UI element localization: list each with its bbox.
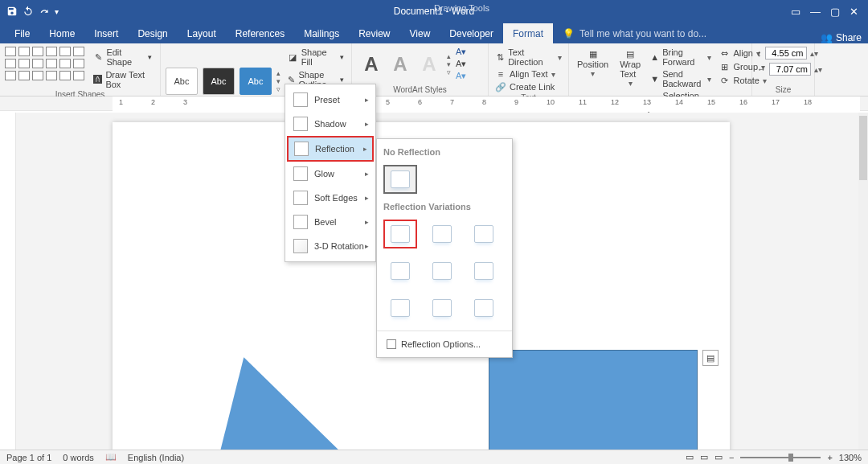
- text-effects-icon[interactable]: A▾: [456, 71, 466, 81]
- glow-label: Glow: [314, 169, 334, 179]
- bring-forward-button[interactable]: ▲Bring Forward▾: [649, 47, 712, 68]
- reflection-variation-7[interactable]: [383, 294, 417, 322]
- create-link-button[interactable]: 🔗Create Link: [493, 80, 563, 93]
- tab-developer[interactable]: Developer: [440, 23, 503, 43]
- zoom-level[interactable]: 130%: [839, 453, 862, 462]
- status-proofing-icon[interactable]: 📖: [105, 452, 117, 462]
- reflection-variation-3[interactable]: [467, 220, 501, 248]
- zoom-in-icon[interactable]: +: [827, 453, 832, 462]
- shape-triangle[interactable]: [179, 347, 447, 450]
- menu-item-bevel[interactable]: Bevel▸: [287, 210, 374, 234]
- menu-item-3d-rotation[interactable]: 3-D Rotation▸: [287, 234, 374, 258]
- view-print-icon[interactable]: ▭: [700, 452, 708, 462]
- wordart-preset-3[interactable]: A: [415, 51, 444, 78]
- status-bar: Page 1 of 1 0 words 📖 English (India) ▭ …: [0, 450, 868, 464]
- forward-icon: ▲: [650, 51, 659, 63]
- shadow-label: Shadow: [314, 119, 346, 129]
- wa-gallery-more[interactable]: ▿: [447, 68, 451, 76]
- reflection-variation-6[interactable]: [467, 257, 501, 285]
- align-icon: ⇔: [719, 47, 731, 59]
- tab-layout[interactable]: Layout: [178, 23, 226, 43]
- text-direction-button[interactable]: ⇅Text Direction▾: [493, 47, 563, 68]
- tell-me-search[interactable]: 💡 Tell me what you want to do...: [553, 23, 716, 43]
- width-stepper[interactable]: ▴▾: [814, 65, 822, 74]
- view-web-icon[interactable]: ▭: [714, 452, 723, 462]
- group-icon: ⊞: [719, 61, 731, 72]
- shape-gallery[interactable]: [5, 47, 85, 90]
- zoom-out-icon[interactable]: −: [729, 453, 734, 462]
- maximize-button[interactable]: ▢: [830, 6, 840, 18]
- backward-label: Send Backward: [662, 69, 703, 88]
- wa-gallery-down[interactable]: ▾: [447, 60, 451, 68]
- menu-item-reflection[interactable]: Reflection▸: [287, 136, 374, 162]
- tab-review[interactable]: Review: [349, 23, 399, 43]
- menu-item-preset[interactable]: Preset▸: [287, 88, 374, 112]
- reflection-variation-5[interactable]: [425, 257, 459, 285]
- reflection-options-icon: [387, 339, 396, 349]
- height-stepper[interactable]: ▴▾: [810, 49, 818, 58]
- link-icon: 🔗: [495, 81, 506, 92]
- reflection-options-button[interactable]: Reflection Options...: [383, 335, 506, 354]
- style-preset-3[interactable]: Abc: [240, 68, 272, 95]
- gallery-more-icon[interactable]: ▿: [276, 85, 280, 93]
- shadow-icon: [293, 117, 308, 131]
- share-label: Share: [836, 32, 862, 43]
- tab-references[interactable]: References: [226, 23, 294, 43]
- gallery-up-icon[interactable]: ▴: [276, 69, 280, 77]
- tab-home[interactable]: Home: [39, 23, 84, 43]
- wordart-preset-1[interactable]: A: [357, 51, 386, 78]
- align-text-button[interactable]: ≡Align Text▾: [493, 68, 563, 80]
- draw-text-box-button[interactable]: 🅰Draw Text Box: [90, 69, 155, 90]
- status-language[interactable]: English (India): [128, 453, 184, 462]
- tell-me-placeholder: Tell me what you want to do...: [579, 28, 706, 39]
- style-preset-1[interactable]: Abc: [166, 68, 198, 95]
- zoom-slider[interactable]: [740, 457, 821, 458]
- reflection-variation-9[interactable]: [467, 294, 501, 322]
- create-link-label: Create Link: [510, 82, 555, 92]
- save-icon[interactable]: [6, 6, 18, 17]
- ribbon-options-icon[interactable]: ▭: [791, 6, 800, 18]
- menu-item-glow[interactable]: Glow▸: [287, 162, 374, 186]
- width-input[interactable]: [769, 63, 811, 76]
- submenu-arrow-icon: ▸: [365, 96, 369, 104]
- menu-item-soft-edges[interactable]: Soft Edges▸: [287, 186, 374, 210]
- wordart-preset-2[interactable]: A: [386, 51, 415, 78]
- tab-format[interactable]: Format: [503, 23, 553, 43]
- menu-item-shadow[interactable]: Shadow▸: [287, 112, 374, 136]
- rotate-icon: ⟳: [719, 75, 731, 86]
- redo-icon[interactable]: [39, 6, 50, 17]
- status-page[interactable]: Page 1 of 1: [6, 453, 51, 462]
- tab-design[interactable]: Design: [128, 23, 177, 43]
- vertical-scrollbar[interactable]: [858, 113, 868, 450]
- tab-view[interactable]: View: [400, 23, 440, 43]
- share-button[interactable]: 👥 Share: [821, 32, 862, 43]
- view-read-icon[interactable]: ▭: [686, 452, 694, 462]
- gallery-down-icon[interactable]: ▾: [276, 77, 280, 85]
- shape-rectangle[interactable]: [489, 350, 698, 450]
- glow-icon: [293, 166, 308, 181]
- height-input[interactable]: [765, 47, 807, 60]
- tab-mailings[interactable]: Mailings: [294, 23, 349, 43]
- send-backward-button[interactable]: ▼Send Backward▾: [649, 68, 712, 89]
- qat-more-icon[interactable]: ▾: [55, 7, 59, 16]
- layout-options-icon[interactable]: ▤: [702, 350, 719, 366]
- status-words[interactable]: 0 words: [63, 453, 94, 462]
- text-fill-icon[interactable]: A▾: [456, 47, 466, 57]
- undo-icon[interactable]: [23, 6, 34, 17]
- tab-insert[interactable]: Insert: [84, 23, 128, 43]
- text-outline-icon[interactable]: A▾: [456, 59, 466, 69]
- shape-fill-button[interactable]: ◪Shape Fill▾: [285, 47, 346, 68]
- edit-shape-button[interactable]: ✎Edit Shape▾: [90, 47, 155, 68]
- title-bar: ▾ Document1 - Word Drawing Tools ▭ — ▢ ✕: [0, 0, 868, 23]
- reflection-variation-1[interactable]: [383, 220, 417, 248]
- close-button[interactable]: ✕: [850, 6, 858, 18]
- tab-file[interactable]: File: [5, 23, 39, 43]
- reflection-variation-2[interactable]: [425, 220, 459, 248]
- reflection-options-label: Reflection Options...: [401, 339, 481, 349]
- style-preset-2[interactable]: Abc: [203, 68, 235, 95]
- reflection-none[interactable]: [383, 165, 417, 194]
- reflection-variation-8[interactable]: [425, 294, 459, 322]
- wa-gallery-up[interactable]: ▴: [447, 52, 451, 60]
- reflection-variation-4[interactable]: [383, 257, 417, 285]
- minimize-button[interactable]: —: [810, 6, 821, 18]
